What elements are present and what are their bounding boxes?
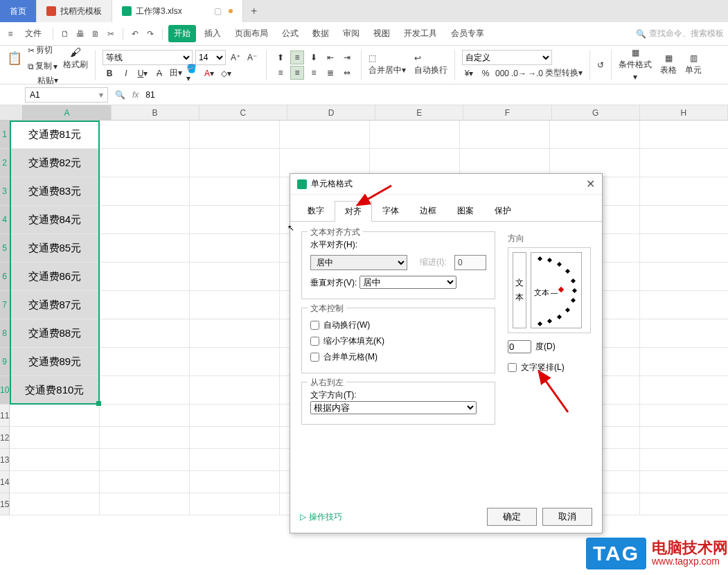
wrap-checkbox[interactable] (310, 321, 319, 330)
paste-label[interactable]: 粘贴 (37, 76, 54, 85)
cell[interactable]: 交通费87元 (10, 291, 100, 319)
menu-formula[interactable]: 公式 (276, 25, 304, 42)
type-convert-button[interactable]: 类型转换▾ (545, 67, 583, 79)
tab-number[interactable]: 数字 (297, 200, 335, 221)
h-align-select[interactable]: 居中 (310, 255, 407, 270)
ok-button[interactable]: 确定 (487, 508, 537, 526)
row-header[interactable]: 9 (0, 348, 10, 376)
redo-icon[interactable]: ↷ (144, 28, 157, 40)
tips-link[interactable]: ▷操作技巧 (300, 511, 342, 523)
cancel-button[interactable]: 取消 (542, 508, 592, 526)
col-header-C[interactable]: C (199, 105, 287, 120)
font-size-select[interactable]: 14 (195, 50, 226, 65)
tab-align[interactable]: 对齐 (335, 201, 372, 222)
tab-template[interactable]: 找稻壳模板 (37, 0, 112, 22)
shrink-checkbox[interactable] (310, 337, 319, 346)
save-icon[interactable]: 🗋 (59, 28, 71, 40)
paste-icon[interactable]: 📋 (7, 51, 22, 66)
menu-data[interactable]: 数据 (307, 25, 335, 42)
vertical-text-checkbox[interactable] (508, 363, 517, 372)
menu-member[interactable]: 会员专享 (445, 25, 490, 42)
row-header[interactable]: 14 (0, 471, 10, 493)
row-header[interactable]: 2 (0, 149, 10, 177)
window-preview-icon[interactable]: ▢ (214, 6, 222, 16)
cell[interactable]: 交通费81元 (10, 121, 100, 149)
tab-workbook[interactable]: 工作簿3.xlsx▢ (112, 0, 243, 22)
strike-button[interactable]: A (152, 67, 166, 80)
textdir-select[interactable]: 根据内容 (310, 401, 477, 414)
align-middle-button[interactable]: ≡ (290, 51, 304, 64)
degree-input[interactable] (508, 340, 531, 353)
tab-border[interactable]: 边框 (409, 200, 447, 221)
cell[interactable]: 交通费86元 (10, 263, 100, 291)
select-all-corner[interactable] (0, 105, 23, 120)
col-header-B[interactable]: B (112, 105, 199, 120)
tab-pattern[interactable]: 图案 (447, 200, 484, 221)
rotate-icon[interactable]: ↺ (597, 60, 604, 70)
bold-button[interactable]: B (103, 67, 116, 80)
dialog-titlebar[interactable]: 单元格格式 ✕ (290, 174, 602, 195)
zoom-icon[interactable]: 🔍 (115, 90, 125, 100)
cond-format-icon[interactable]: ▦ (632, 48, 639, 57)
row-header[interactable]: 15 (0, 493, 10, 515)
row-header[interactable]: 11 (0, 405, 10, 427)
print-icon[interactable]: 🖶 (74, 28, 87, 40)
name-box[interactable]: A1▾ (25, 87, 108, 103)
cell[interactable]: 交通费84元 (10, 206, 100, 234)
row-header[interactable]: 6 (0, 263, 10, 291)
col-header-H[interactable]: H (640, 105, 728, 120)
v-align-select[interactable]: 居中 (359, 276, 456, 289)
row-header[interactable]: 10 (0, 376, 10, 405)
row-header[interactable]: 12 (0, 427, 10, 449)
row-header[interactable]: 3 (0, 177, 10, 206)
command-search[interactable]: 🔍查找命令、搜索模板 (636, 28, 724, 39)
merge-icon[interactable]: ⬚ (369, 53, 376, 63)
row-header[interactable]: 5 (0, 234, 10, 263)
align-right-button[interactable]: ≡ (307, 66, 321, 80)
align-left-button[interactable]: ≡ (274, 66, 287, 80)
menu-insert[interactable]: 插入 (199, 25, 227, 42)
menu-review[interactable]: 审阅 (337, 25, 365, 42)
cell-style-icon[interactable]: ▥ (690, 53, 698, 63)
row-header[interactable]: 8 (0, 319, 10, 348)
table-style-icon[interactable]: ▦ (665, 53, 673, 63)
font-color-button[interactable]: A▾ (202, 67, 216, 80)
tab-font[interactable]: 字体 (372, 200, 409, 221)
preview-icon[interactable]: 🗎 (89, 28, 102, 40)
highlight-button[interactable]: ◇▾ (219, 67, 233, 80)
shrink-font-button[interactable]: A⁻ (245, 51, 259, 64)
dec-dec-button[interactable]: →.0 (529, 67, 542, 80)
merge-button[interactable]: 合并居中 (369, 65, 402, 75)
tab-protect[interactable]: 保护 (484, 200, 522, 221)
format-painter-label[interactable]: 格式刷 (63, 59, 88, 71)
menu-view[interactable]: 视图 (368, 25, 396, 42)
cut-button[interactable]: ✂剪切 (25, 43, 60, 57)
currency-button[interactable]: ¥▾ (462, 67, 476, 80)
font-name-select[interactable]: 等线 (103, 50, 193, 65)
row-header[interactable]: 1 (0, 121, 10, 149)
menu-file[interactable]: 文件 (19, 25, 47, 42)
menu-layout[interactable]: 页面布局 (229, 25, 274, 42)
wrap-button[interactable]: 自动换行 (414, 65, 447, 75)
percent-button[interactable]: % (479, 67, 492, 80)
row-header[interactable]: 13 (0, 449, 10, 471)
indent-dec-button[interactable]: ⇤ (323, 51, 337, 64)
formula-input[interactable]: 81 (145, 90, 154, 100)
menu-dev[interactable]: 开发工具 (398, 25, 443, 42)
cell-style-button[interactable]: 单元 (685, 64, 702, 76)
dec-inc-button[interactable]: .0→ (512, 67, 526, 80)
comma-button[interactable]: 000 (495, 67, 509, 80)
fill-color-button[interactable]: 🪣▾ (186, 67, 199, 80)
cell[interactable]: 交通费85元 (10, 234, 100, 263)
indent-inc-button[interactable]: ⇥ (340, 51, 354, 64)
cell[interactable]: 交通费89元 (10, 348, 100, 376)
cell[interactable]: 交通费82元 (10, 149, 100, 177)
col-header-F[interactable]: F (463, 105, 551, 120)
align-center-button[interactable]: ≡ (290, 66, 304, 80)
col-header-G[interactable]: G (552, 105, 640, 120)
table-style-button[interactable]: 表格 (660, 64, 677, 76)
justify-button[interactable]: ≣ (323, 66, 337, 80)
wrap-icon[interactable]: ↩ (414, 53, 421, 63)
cell[interactable]: 交通费810元 (10, 376, 100, 405)
distribute-button[interactable]: ⇔ (340, 66, 354, 80)
